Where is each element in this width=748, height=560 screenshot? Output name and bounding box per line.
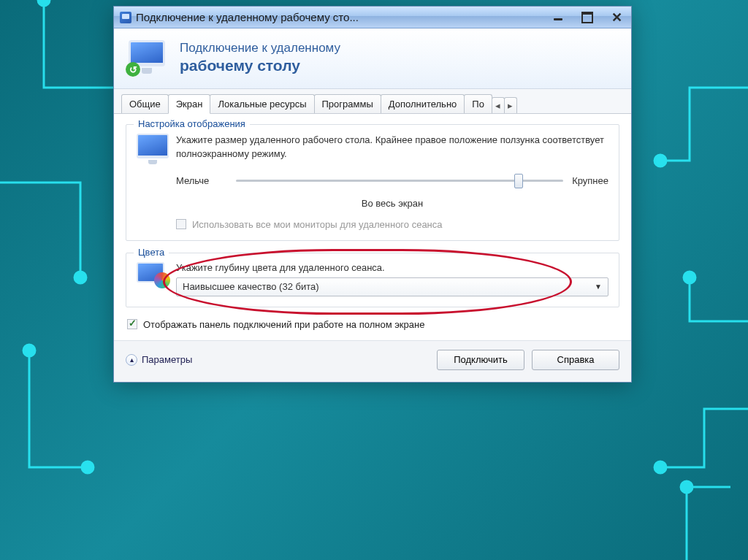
svg-point-7 [681, 481, 692, 493]
color-icon [137, 262, 169, 287]
tab-more[interactable]: По [464, 94, 492, 113]
svg-point-2 [75, 272, 86, 283]
tab-panel-display: Настройка отображения Укажите размер уда… [114, 114, 631, 340]
slider-thumb[interactable] [514, 174, 523, 188]
show-connection-bar-label: Отображать панель подключений при работе… [143, 319, 424, 330]
connect-button[interactable]: Подключить [437, 350, 524, 370]
rdp-banner-icon: ↺ [127, 40, 169, 75]
svg-point-4 [82, 461, 94, 473]
monitor-icon [137, 134, 169, 158]
svg-point-6 [684, 272, 695, 283]
group-colors-legend: Цвета [134, 247, 169, 258]
svg-point-5 [654, 155, 666, 166]
resolution-slider[interactable] [236, 172, 563, 191]
rdp-window: Подключение к удаленному рабочему сто...… [113, 6, 632, 383]
tabs-scroll-right[interactable]: ▸ [504, 97, 517, 113]
help-button[interactable]: Справка [532, 350, 619, 370]
multi-monitor-checkbox[interactable] [176, 219, 186, 229]
close-button[interactable]: ✕ [602, 7, 631, 28]
show-connection-bar-checkbox[interactable] [127, 319, 137, 329]
tab-advanced[interactable]: Дополнительно [381, 94, 465, 113]
tabs: Общие Экран Локальные ресурсы Программы … [114, 89, 631, 114]
options-toggle[interactable]: ▴ Параметры [126, 354, 192, 366]
window-title: Подключение к удаленному рабочему сто... [136, 11, 543, 23]
tabs-scroll-left[interactable]: ◂ [492, 97, 505, 113]
group-display-legend: Настройка отображения [134, 118, 250, 129]
maximize-button[interactable] [573, 7, 602, 28]
show-connection-bar-row: Отображать панель подключений при работе… [127, 319, 619, 330]
group-display: Настройка отображения Укажите размер уда… [126, 124, 619, 241]
svg-point-0 [38, 0, 50, 6]
chevron-down-icon: ▼ [595, 283, 602, 291]
group-colors: Цвета Укажите глубину цвета для удаленно… [126, 253, 619, 307]
tab-display[interactable]: Экран [168, 94, 211, 114]
svg-point-8 [654, 461, 666, 473]
tab-local-resources[interactable]: Локальные ресурсы [210, 94, 314, 113]
display-hint: Укажите размер удаленного рабочего стола… [176, 134, 608, 161]
footer: ▴ Параметры Подключить Справка [114, 340, 631, 382]
banner-line1: Подключение к удаленному [180, 41, 340, 55]
banner-line2: рабочему столу [180, 57, 340, 74]
titlebar[interactable]: Подключение к удаленному рабочему сто...… [114, 7, 631, 28]
slider-value-label: Во весь экран [176, 198, 608, 209]
banner: ↺ Подключение к удаленному рабочему стол… [114, 28, 631, 89]
tab-general[interactable]: Общие [121, 94, 169, 113]
multi-monitor-label: Использовать все мои мониторы для удален… [192, 219, 443, 230]
tab-programs[interactable]: Программы [314, 94, 381, 113]
options-label: Параметры [142, 354, 192, 365]
chevron-up-icon: ▴ [126, 354, 137, 366]
multi-monitor-row: Использовать все мои мониторы для удален… [176, 219, 608, 230]
slider-min-label: Мельче [176, 175, 227, 186]
rdp-app-icon [120, 12, 131, 23]
svg-point-3 [23, 345, 35, 356]
slider-max-label: Крупнее [572, 175, 608, 186]
minimize-button[interactable] [543, 7, 573, 28]
color-depth-dropdown[interactable]: Наивысшее качество (32 бита) ▼ [176, 277, 608, 296]
color-depth-selected: Наивысшее качество (32 бита) [183, 281, 319, 292]
color-hint: Укажите глубину цвета для удаленного сеа… [176, 262, 608, 273]
